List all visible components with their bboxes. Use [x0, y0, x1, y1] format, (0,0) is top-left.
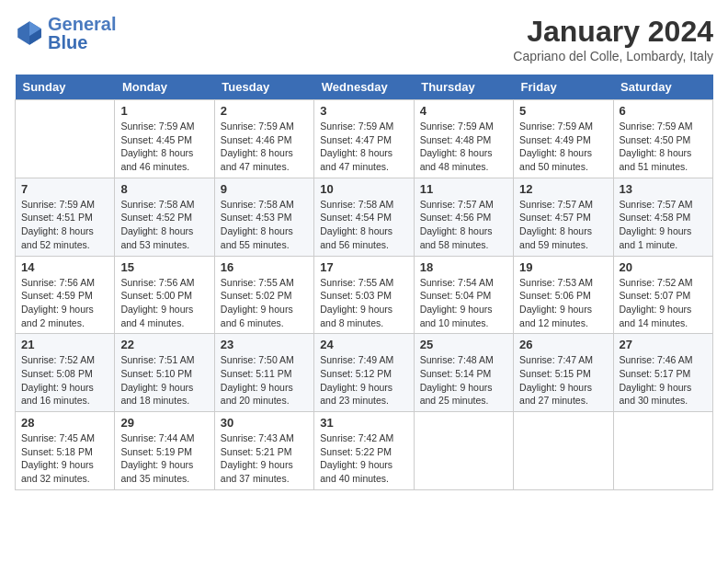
calendar-day [514, 412, 613, 490]
calendar-day: 21Sunrise: 7:52 AMSunset: 5:08 PMDayligh… [16, 334, 115, 412]
calendar-week-1: 1Sunrise: 7:59 AMSunset: 4:45 PMDaylight… [16, 100, 713, 178]
day-info: Sunrise: 7:53 AMSunset: 5:06 PMDaylight:… [519, 276, 607, 330]
calendar-day: 11Sunrise: 7:57 AMSunset: 4:56 PMDayligh… [414, 178, 513, 256]
day-number: 31 [320, 416, 407, 430]
calendar-day: 13Sunrise: 7:57 AMSunset: 4:58 PMDayligh… [613, 178, 712, 256]
day-info: Sunrise: 7:59 AMSunset: 4:51 PMDaylight:… [21, 198, 108, 252]
day-number: 8 [120, 182, 208, 196]
calendar-day: 20Sunrise: 7:52 AMSunset: 5:07 PMDayligh… [613, 256, 712, 334]
calendar-day: 7Sunrise: 7:59 AMSunset: 4:51 PMDaylight… [16, 178, 115, 256]
calendar-day: 8Sunrise: 7:58 AMSunset: 4:52 PMDaylight… [115, 178, 214, 256]
location: Capriano del Colle, Lombardy, Italy [513, 49, 713, 63]
page-header: General Blue January 2024 Capriano del C… [15, 15, 713, 63]
calendar-day: 26Sunrise: 7:47 AMSunset: 5:15 PMDayligh… [514, 334, 613, 412]
calendar-day: 16Sunrise: 7:55 AMSunset: 5:02 PMDayligh… [214, 256, 313, 334]
logo-blue: Blue [48, 32, 87, 52]
day-number: 16 [221, 260, 308, 274]
calendar-day: 17Sunrise: 7:55 AMSunset: 5:03 PMDayligh… [314, 256, 414, 334]
day-number: 28 [21, 416, 108, 430]
day-number: 7 [21, 182, 108, 196]
calendar-week-2: 7Sunrise: 7:59 AMSunset: 4:51 PMDaylight… [16, 178, 713, 256]
calendar-day: 22Sunrise: 7:51 AMSunset: 5:10 PMDayligh… [115, 334, 214, 412]
day-info: Sunrise: 7:44 AMSunset: 5:19 PMDaylight:… [120, 431, 208, 486]
day-info: Sunrise: 7:49 AMSunset: 5:12 PMDaylight:… [320, 353, 407, 408]
day-info: Sunrise: 7:58 AMSunset: 4:52 PMDaylight:… [120, 198, 208, 252]
day-number: 14 [21, 260, 108, 274]
calendar-header: SundayMondayTuesdayWednesdayThursdayFrid… [16, 75, 713, 100]
calendar-day: 3Sunrise: 7:59 AMSunset: 4:47 PMDaylight… [314, 100, 414, 178]
day-info: Sunrise: 7:45 AMSunset: 5:18 PMDaylight:… [21, 431, 108, 486]
day-info: Sunrise: 7:59 AMSunset: 4:50 PMDaylight:… [620, 120, 707, 174]
day-number: 18 [420, 260, 507, 274]
day-number: 10 [320, 182, 407, 196]
calendar-day: 25Sunrise: 7:48 AMSunset: 5:14 PMDayligh… [414, 334, 513, 412]
day-number: 11 [420, 182, 507, 196]
calendar-day: 27Sunrise: 7:46 AMSunset: 5:17 PMDayligh… [613, 334, 712, 412]
day-number: 5 [519, 104, 607, 118]
calendar-day: 12Sunrise: 7:57 AMSunset: 4:57 PMDayligh… [514, 178, 613, 256]
day-number: 2 [221, 104, 308, 118]
calendar-day: 15Sunrise: 7:56 AMSunset: 5:00 PMDayligh… [115, 256, 214, 334]
day-number: 25 [420, 338, 507, 351]
month-year: January 2024 [513, 15, 713, 49]
calendar-day: 23Sunrise: 7:50 AMSunset: 5:11 PMDayligh… [214, 334, 313, 412]
calendar-day [613, 412, 712, 490]
day-info: Sunrise: 7:43 AMSunset: 5:21 PMDaylight:… [221, 431, 308, 486]
day-number: 17 [320, 260, 407, 274]
day-number: 23 [221, 338, 308, 351]
calendar-table: SundayMondayTuesdayWednesdayThursdayFrid… [15, 75, 713, 490]
day-info: Sunrise: 7:52 AMSunset: 5:07 PMDaylight:… [620, 276, 707, 330]
logo-icon [15, 18, 44, 48]
title-block: January 2024 Capriano del Colle, Lombard… [513, 15, 713, 63]
logo: General Blue [15, 15, 116, 52]
calendar-day: 4Sunrise: 7:59 AMSunset: 4:48 PMDaylight… [414, 100, 513, 178]
day-info: Sunrise: 7:59 AMSunset: 4:47 PMDaylight:… [320, 120, 407, 174]
day-info: Sunrise: 7:56 AMSunset: 5:00 PMDaylight:… [120, 276, 208, 330]
day-number: 24 [320, 338, 407, 351]
day-info: Sunrise: 7:55 AMSunset: 5:03 PMDaylight:… [320, 276, 407, 330]
day-info: Sunrise: 7:47 AMSunset: 5:15 PMDaylight:… [519, 353, 607, 408]
day-info: Sunrise: 7:46 AMSunset: 5:17 PMDaylight:… [620, 353, 707, 408]
calendar-day [414, 412, 513, 490]
weekday-header-monday: Monday [115, 75, 214, 100]
day-number: 20 [620, 260, 707, 274]
day-number: 27 [620, 338, 707, 351]
calendar-day: 18Sunrise: 7:54 AMSunset: 5:04 PMDayligh… [414, 256, 513, 334]
weekday-header-saturday: Saturday [613, 75, 712, 100]
day-info: Sunrise: 7:42 AMSunset: 5:22 PMDaylight:… [320, 431, 407, 486]
calendar-week-5: 28Sunrise: 7:45 AMSunset: 5:18 PMDayligh… [16, 412, 713, 490]
day-number: 21 [21, 338, 108, 351]
calendar-day: 5Sunrise: 7:59 AMSunset: 4:49 PMDaylight… [514, 100, 613, 178]
day-number: 29 [120, 416, 208, 430]
day-number: 30 [221, 416, 308, 430]
calendar-day: 19Sunrise: 7:53 AMSunset: 5:06 PMDayligh… [514, 256, 613, 334]
day-number: 19 [519, 260, 607, 274]
day-info: Sunrise: 7:52 AMSunset: 5:08 PMDaylight:… [21, 353, 108, 408]
day-number: 9 [221, 182, 308, 196]
calendar-day: 31Sunrise: 7:42 AMSunset: 5:22 PMDayligh… [314, 412, 414, 490]
day-info: Sunrise: 7:58 AMSunset: 4:53 PMDaylight:… [221, 198, 308, 252]
day-info: Sunrise: 7:59 AMSunset: 4:49 PMDaylight:… [519, 120, 607, 174]
day-info: Sunrise: 7:59 AMSunset: 4:45 PMDaylight:… [120, 120, 208, 174]
calendar-day: 1Sunrise: 7:59 AMSunset: 4:45 PMDaylight… [115, 100, 214, 178]
day-info: Sunrise: 7:57 AMSunset: 4:57 PMDaylight:… [519, 198, 607, 252]
day-number: 15 [120, 260, 208, 274]
calendar-week-4: 21Sunrise: 7:52 AMSunset: 5:08 PMDayligh… [16, 334, 713, 412]
calendar-day: 28Sunrise: 7:45 AMSunset: 5:18 PMDayligh… [16, 412, 115, 490]
day-info: Sunrise: 7:51 AMSunset: 5:10 PMDaylight:… [120, 353, 208, 408]
day-info: Sunrise: 7:59 AMSunset: 4:46 PMDaylight:… [221, 120, 308, 174]
day-number: 6 [620, 104, 707, 118]
calendar-day: 9Sunrise: 7:58 AMSunset: 4:53 PMDaylight… [214, 178, 313, 256]
weekday-header-sunday: Sunday [16, 75, 115, 100]
day-info: Sunrise: 7:57 AMSunset: 4:56 PMDaylight:… [420, 198, 507, 252]
calendar-day: 10Sunrise: 7:58 AMSunset: 4:54 PMDayligh… [314, 178, 414, 256]
day-info: Sunrise: 7:54 AMSunset: 5:04 PMDaylight:… [420, 276, 507, 330]
calendar-day: 30Sunrise: 7:43 AMSunset: 5:21 PMDayligh… [214, 412, 313, 490]
day-info: Sunrise: 7:59 AMSunset: 4:48 PMDaylight:… [420, 120, 507, 174]
day-number: 4 [420, 104, 507, 118]
logo-text: General Blue [48, 15, 116, 52]
calendar-day: 6Sunrise: 7:59 AMSunset: 4:50 PMDaylight… [613, 100, 712, 178]
logo-general: General [48, 14, 116, 34]
calendar-day [16, 100, 115, 178]
calendar-day: 14Sunrise: 7:56 AMSunset: 4:59 PMDayligh… [16, 256, 115, 334]
